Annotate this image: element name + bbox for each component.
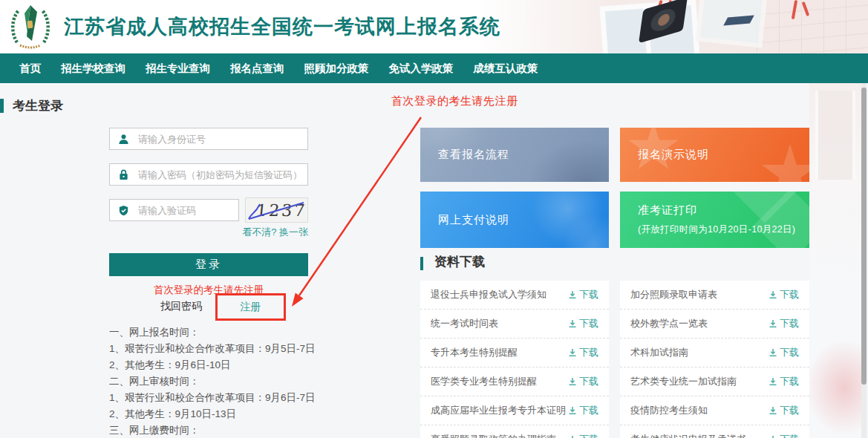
download-row: 校外教学点一览表 下载 [620,310,809,339]
card-label: 报名演示说明 [638,148,709,162]
header: 江苏省成人高校招生全国统一考试网上报名系统 [0,0,868,53]
notice-line: 1、艰苦行业和校企合作改革项目：9月6日-7日 [109,390,354,406]
download-link[interactable]: 下载 [568,433,598,438]
register-highlight-box: 注册 [215,293,286,321]
download-row: 艺术类专业统一加试指南 下载 [620,367,809,396]
download-label: 下载 [579,433,598,438]
captcha-refresh-link[interactable]: 看不清? 换一张 [109,226,308,239]
download-row: 加分照顾录取申请表 下载 [620,281,809,310]
download-item-label: 统一考试时间表 [431,317,498,330]
download-icon [568,435,577,438]
download-icon [568,377,577,386]
nav-item-score-policy[interactable]: 成绩互认政策 [474,62,538,76]
nav-item-site-query[interactable]: 报名点查询 [230,62,284,76]
nav-item-home[interactable]: 首页 [19,62,41,76]
download-icon [769,435,777,438]
download-row: 考生健康状况申报及承诺书 下载 [620,425,809,438]
download-row: 享受照顾录取政策的办理指南 下载 [420,425,609,438]
download-link[interactable]: 下载 [568,317,598,330]
download-link[interactable]: 下载 [769,404,799,417]
password-input[interactable] [109,163,308,186]
notice-line: 二、网上审核时间： [109,373,354,390]
download-row: 疫情防控考生须知 下载 [620,396,809,425]
id-number-input[interactable] [109,128,308,150]
download-link[interactable]: 下载 [769,433,799,438]
scrollbar-track [861,83,867,438]
building-wall [757,0,868,53]
main-nav: 首页 招生学校查询 招生专业查询 报名点查询 照顾加分政策 免试入学政策 成绩互… [0,53,868,83]
download-row: 专升本考生特别提醒 下载 [420,339,609,367]
download-item-label: 艺术类专业统一加试指南 [630,375,737,388]
card-admission-ticket-print[interactable]: 准考证打印 (开放打印时间为10月20日-10月22日) [620,192,809,248]
background-photo-strip [809,83,861,438]
nav-item-school-query[interactable]: 招生学校查询 [61,62,125,76]
login-button[interactable]: 登录 [109,253,308,276]
download-row: 成高应届毕业生报考专升本证明 下载 [420,396,609,425]
download-item-label: 成高应届毕业生报考专升本证明 [431,404,566,417]
notice-line: 1、艰苦行业和校企合作改革项目：9月5日-7日 [109,341,354,357]
site-title: 江苏省成人高校招生全国统一考试网上报名系统 [64,0,500,53]
download-label: 下载 [579,404,598,417]
download-link[interactable]: 下载 [568,346,598,359]
download-item-label: 医学类专业考生特别提醒 [431,375,537,388]
download-icon [769,319,777,328]
card-label: 网上支付说明 [438,213,509,227]
card-payment-instructions[interactable]: 网上支付说明 [420,192,609,248]
shield-check-icon [118,205,129,216]
nav-item-exemption-policy[interactable]: 免试入学政策 [389,62,454,76]
download-link[interactable]: 下载 [769,317,799,330]
download-item-label: 专升本考生特别提醒 [431,346,518,359]
download-link[interactable]: 下载 [769,346,799,359]
download-label: 下载 [780,288,799,301]
card-label: 准考证打印 [638,203,809,218]
downloads-section-title: 资料下载 [434,253,485,270]
card-label: 查看报名流程 [438,148,509,162]
register-link[interactable]: 注册 [241,301,261,314]
forgot-password-link[interactable]: 找回密码 [160,300,202,313]
download-link[interactable]: 下载 [769,288,799,301]
download-link[interactable]: 下载 [568,404,598,417]
download-icon [568,406,577,415]
download-item-label: 加分照顾录取申请表 [630,288,717,301]
password-field [109,163,308,186]
download-link[interactable]: 下载 [568,375,598,388]
download-row: 统一考试时间表 下载 [420,310,609,339]
download-link[interactable]: 下载 [568,288,598,301]
download-label: 下载 [780,375,799,388]
downloads-left-column: 退役士兵申报免试入学须知 下载 统一考试时间表 下载 专升本考生特别提醒 下载 … [420,281,609,438]
download-icon [568,319,577,328]
captcha-field [109,199,239,221]
download-item-label: 校外教学点一览表 [630,317,708,330]
campus-photo [475,0,868,53]
section-accent-bar [420,257,423,270]
download-label: 下载 [579,317,598,330]
window-hint [815,91,855,180]
scrollbar-thumb[interactable] [861,88,867,385]
download-row: 退役士兵申报免试入学须知 下载 [420,281,609,310]
download-row: 医学类专业考生特别提醒 下载 [420,367,609,396]
download-label: 下载 [579,346,598,359]
downloads-right-column: 加分照顾录取申请表 下载 校外教学点一览表 下载 术科加试指南 下载 艺术类专业… [620,281,809,438]
download-item-label: 考生健康状况申报及承诺书 [630,433,746,438]
card-sublabel: (开放打印时间为10月20日-10月22日) [638,223,809,236]
card-demo-instructions[interactable]: 报名演示说明 [620,128,809,182]
download-icon [769,377,777,386]
download-item-label: 术科加试指南 [630,346,688,359]
download-link[interactable]: 下载 [769,375,799,388]
download-icon [568,348,577,357]
download-label: 下载 [579,375,598,388]
card-view-process[interactable]: 查看报名流程 [420,128,609,182]
download-label: 下载 [780,433,799,438]
captcha-image[interactable]: 1237 [245,197,308,223]
download-item-label: 疫情防控考生须知 [630,404,708,417]
download-label: 下载 [579,288,598,301]
notice-line: 2、其他考生：9月6日-10日 [109,357,354,373]
download-label: 下载 [780,346,799,359]
schedule-notice: 一、网上报名时间： 1、艰苦行业和校企合作改革项目：9月5日-7日 2、其他考生… [109,324,354,438]
nav-item-major-query[interactable]: 招生专业查询 [146,62,210,76]
nav-item-bonus-policy[interactable]: 照顾加分政策 [304,62,369,76]
download-icon [769,290,777,299]
id-number-field [109,128,308,150]
pink-blur-decoration [809,336,861,438]
download-icon [568,290,577,299]
